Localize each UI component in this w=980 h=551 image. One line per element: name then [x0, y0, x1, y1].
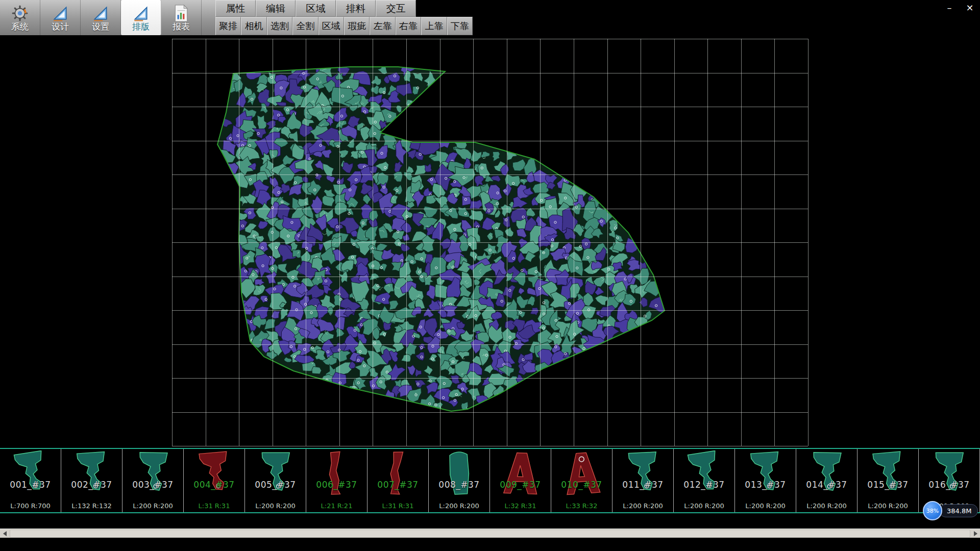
piece-strip: 001_#37L:700 R:700002_#37L:132 R:132003_…	[0, 448, 980, 513]
gear-icon	[11, 5, 29, 22]
action-align-right[interactable]: 右靠	[396, 17, 421, 35]
action-cluster-nest[interactable]: 聚排	[215, 17, 241, 35]
piece-thumbnail[interactable]: 005_#37L:200 R:200	[245, 449, 306, 512]
menu-tab-nesting[interactable]: 排料	[336, 0, 376, 17]
piece-lr-count: L:21 R:21	[306, 502, 367, 510]
action-button-bar: 聚排 相机 选割 全割 区域 瑕疵 左靠 右靠 上靠 下靠	[215, 17, 473, 35]
piece-id: 011_#37	[612, 480, 673, 490]
action-cut-all[interactable]: 全割	[292, 17, 318, 35]
action-select-cut[interactable]: 选割	[267, 17, 292, 35]
piece-thumbnail[interactable]: 009_#37L:32 R:31	[490, 449, 551, 512]
app-tab-label: 设置	[92, 22, 109, 31]
utilization-badge: 38%	[923, 501, 942, 520]
piece-thumbnail[interactable]: 011_#37L:200 R:200	[612, 449, 674, 512]
piece-thumbnail[interactable]: 001_#37L:700 R:700	[0, 449, 61, 512]
piece-lr-count: L:200 R:200	[857, 502, 918, 510]
report-icon	[174, 5, 189, 22]
piece-thumbnail[interactable]: 010_#37L:33 R:32	[551, 449, 612, 512]
set-square-icon	[52, 5, 69, 22]
piece-thumbnail[interactable]: 013_#37L:200 R:200	[735, 449, 796, 512]
scrollbar-right-arrow[interactable]	[971, 529, 980, 538]
piece-lr-count: L:132 R:132	[61, 502, 122, 510]
piece-id: 009_#37	[490, 480, 551, 490]
top-toolbar: 系统 设计 设置	[0, 0, 980, 35]
menu-tab-interact[interactable]: 交互	[376, 0, 416, 17]
menu-tab-properties[interactable]: 属性	[215, 0, 256, 17]
piece-lr-count: L:200 R:200	[674, 502, 734, 510]
minimize-button[interactable]: –	[943, 2, 955, 13]
piece-lr-count: L:200 R:200	[735, 502, 796, 510]
piece-id: 005_#37	[245, 480, 306, 490]
piece-lr-count: L:200 R:200	[796, 502, 857, 510]
piece-lr-count: L:33 R:32	[551, 502, 612, 510]
piece-lr-count: L:200 R:200	[122, 502, 183, 510]
menu-tab-edit[interactable]: 编辑	[256, 0, 296, 17]
horizontal-scrollbar[interactable]	[0, 529, 980, 538]
piece-id: 013_#37	[735, 480, 796, 490]
piece-lr-count: L:31 R:31	[368, 502, 428, 510]
piece-thumbnail[interactable]: 015_#37L:200 R:200	[857, 449, 919, 512]
app-tab-design[interactable]: 设计	[40, 0, 81, 35]
action-camera[interactable]: 相机	[241, 17, 266, 35]
piece-thumbnail[interactable]: 007_#37L:31 R:31	[368, 449, 429, 512]
scrollbar-track[interactable]	[10, 530, 970, 538]
close-button[interactable]: ×	[964, 2, 976, 13]
app-tab-nesting[interactable]: 排版	[121, 0, 161, 35]
piece-lr-count: L:200 R:200	[429, 502, 489, 510]
piece-id: 010_#37	[551, 480, 612, 490]
app-tab-label: 报表	[173, 22, 190, 31]
app-tab-label: 系统	[11, 22, 29, 31]
piece-id: 015_#37	[857, 480, 918, 490]
nesting-canvas[interactable]	[0, 39, 980, 447]
memory-badge: 384.8M	[939, 504, 978, 517]
piece-thumbnail[interactable]: 012_#37L:200 R:200	[674, 449, 735, 512]
piece-id: 016_#37	[919, 480, 979, 490]
set-square-icon	[92, 5, 109, 22]
piece-lr-count: L:200 R:200	[245, 502, 306, 510]
piece-id: 006_#37	[306, 480, 367, 490]
piece-id: 014_#37	[796, 480, 857, 490]
piece-thumbnail[interactable]: 006_#37L:21 R:21	[306, 449, 368, 512]
window-controls: – ×	[943, 2, 976, 13]
app-window: 系统 设计 设置	[0, 0, 980, 551]
piece-id: 012_#37	[674, 480, 734, 490]
piece-id: 004_#37	[184, 480, 244, 490]
piece-lr-count: L:32 R:31	[490, 502, 551, 510]
app-tab-bar: 系统 设计 设置	[0, 0, 215, 35]
app-tab-report[interactable]: 报表	[161, 0, 202, 35]
app-tab-label: 设计	[52, 22, 69, 31]
set-square-icon	[132, 5, 150, 22]
app-tab-label: 排版	[132, 22, 150, 31]
piece-thumbnail[interactable]: 004_#37L:31 R:31	[184, 449, 245, 512]
action-align-top[interactable]: 上靠	[421, 17, 447, 35]
piece-thumbnail[interactable]: 003_#37L:200 R:200	[122, 449, 184, 512]
piece-id: 001_#37	[0, 480, 61, 490]
action-align-left[interactable]: 左靠	[370, 17, 395, 35]
action-defect[interactable]: 瑕疵	[344, 17, 370, 35]
piece-id: 008_#37	[429, 480, 489, 490]
status-badge: 38% 384.8M	[923, 501, 978, 520]
scrollbar-left-arrow[interactable]	[0, 529, 9, 538]
piece-thumbnail[interactable]: 008_#37L:200 R:200	[429, 449, 490, 512]
piece-id: 003_#37	[122, 480, 183, 490]
app-tab-settings[interactable]: 设置	[81, 0, 121, 35]
action-align-bottom[interactable]: 下靠	[447, 17, 473, 35]
app-tab-system[interactable]: 系统	[0, 0, 40, 35]
piece-lr-count: L:31 R:31	[184, 502, 244, 510]
piece-lr-count: L:200 R:200	[612, 502, 673, 510]
piece-thumbnail[interactable]: 002_#37L:132 R:132	[61, 449, 122, 512]
menu-tab-bar: 属性 编辑 区域 排料 交互	[215, 0, 416, 17]
piece-lr-count: L:700 R:700	[0, 502, 61, 510]
menu-tab-region[interactable]: 区域	[296, 0, 336, 17]
piece-id: 007_#37	[368, 480, 428, 490]
piece-id: 002_#37	[61, 480, 122, 490]
action-region[interactable]: 区域	[318, 17, 344, 35]
piece-thumbnail[interactable]: 014_#37L:200 R:200	[796, 449, 857, 512]
